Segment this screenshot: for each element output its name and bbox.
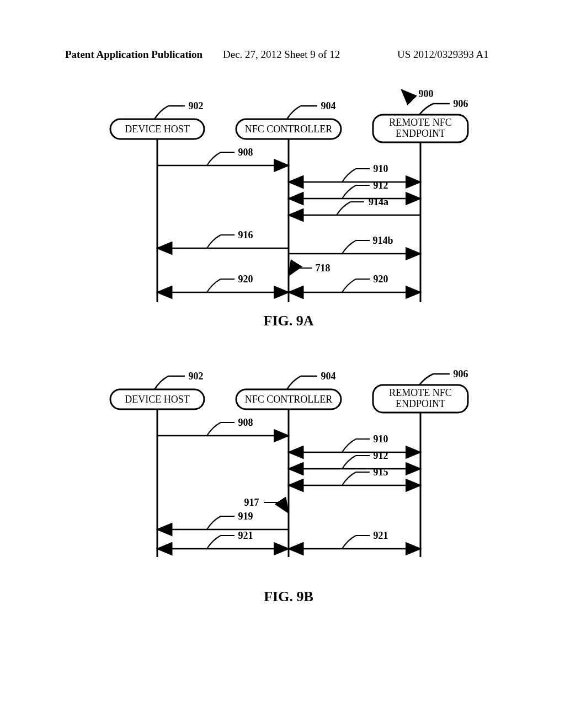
- svg-text:920: 920: [374, 274, 388, 285]
- ref-908-b: 908: [207, 417, 253, 436]
- svg-text:900: 900: [419, 88, 434, 99]
- ref-920-right: 920: [342, 274, 388, 292]
- svg-text:DEVICE HOST: DEVICE HOST: [125, 124, 190, 135]
- svg-text:906: 906: [454, 98, 468, 109]
- svg-text:REMOTE NFC: REMOTE NFC: [389, 387, 452, 398]
- svg-text:ENDPOINT: ENDPOINT: [396, 398, 445, 409]
- ref-919: 919: [207, 511, 253, 529]
- svg-text:NFC CONTROLLER: NFC CONTROLLER: [245, 124, 333, 135]
- svg-text:904: 904: [321, 371, 336, 382]
- svg-text:REMOTE NFC: REMOTE NFC: [389, 117, 452, 128]
- actor-nfc-controller-b: NFC CONTROLLER: [236, 389, 341, 409]
- svg-text:910: 910: [374, 163, 388, 174]
- svg-text:NFC CONTROLLER: NFC CONTROLLER: [245, 394, 333, 405]
- svg-text:908: 908: [238, 417, 253, 428]
- svg-text:908: 908: [238, 147, 253, 158]
- svg-text:914a: 914a: [369, 196, 388, 207]
- svg-text:718: 718: [316, 263, 331, 274]
- actor-remote-nfc: REMOTE NFC ENDPOINT: [373, 115, 468, 142]
- ref-900: 900: [402, 88, 434, 99]
- svg-text:910: 910: [374, 433, 388, 445]
- svg-text:DEVICE HOST: DEVICE HOST: [125, 394, 190, 405]
- ref-906-b: 906: [419, 368, 468, 385]
- svg-text:902: 902: [189, 371, 204, 382]
- ref-906: 906: [419, 98, 468, 115]
- ref-916: 916: [207, 229, 253, 248]
- svg-text:920: 920: [238, 274, 253, 285]
- ref-914b: 914b: [342, 235, 393, 254]
- svg-text:902: 902: [189, 100, 204, 111]
- ref-902: 902: [154, 100, 204, 119]
- ref-910: 910: [342, 163, 388, 182]
- svg-text:ENDPOINT: ENDPOINT: [396, 128, 445, 139]
- header-right: US 2012/0329393 A1: [397, 49, 489, 61]
- ref-921-left: 921: [207, 530, 253, 549]
- svg-text:916: 916: [238, 229, 253, 240]
- ref-718: 718: [289, 263, 331, 276]
- ref-904-b: 904: [287, 371, 336, 389]
- fig-9a-caption: FIG. 9A: [264, 313, 314, 329]
- header-left: Patent Application Publication: [65, 49, 202, 61]
- ref-910-b: 910: [342, 433, 388, 452]
- svg-text:917: 917: [244, 497, 259, 508]
- svg-text:921: 921: [374, 530, 388, 541]
- fig-9b-caption: FIG. 9B: [264, 588, 313, 604]
- svg-text:904: 904: [321, 100, 336, 111]
- svg-text:914b: 914b: [372, 235, 393, 246]
- svg-text:915: 915: [374, 467, 388, 478]
- svg-text:906: 906: [454, 368, 468, 379]
- svg-text:912: 912: [374, 180, 388, 191]
- figure-9b: DEVICE HOST NFC CONTROLLER REMOTE NFC EN…: [83, 358, 524, 607]
- actor-device-host: DEVICE HOST: [110, 119, 204, 139]
- actor-device-host-b: DEVICE HOST: [110, 389, 204, 409]
- ref-902-b: 902: [154, 371, 204, 389]
- figure-9a: 900 DEVICE HOST NFC CONTROLLER REMOTE NF…: [83, 88, 524, 336]
- actor-remote-nfc-b: REMOTE NFC ENDPOINT: [373, 385, 468, 413]
- ref-904: 904: [287, 100, 336, 119]
- ref-921-right: 921: [342, 530, 388, 549]
- ref-908: 908: [207, 147, 253, 165]
- header-mid: Dec. 27, 2012 Sheet 9 of 12: [223, 49, 340, 61]
- svg-text:921: 921: [238, 530, 253, 541]
- svg-text:912: 912: [374, 450, 388, 461]
- svg-text:919: 919: [238, 511, 253, 522]
- ref-920-left: 920: [207, 274, 253, 292]
- actor-nfc-controller: NFC CONTROLLER: [236, 119, 341, 139]
